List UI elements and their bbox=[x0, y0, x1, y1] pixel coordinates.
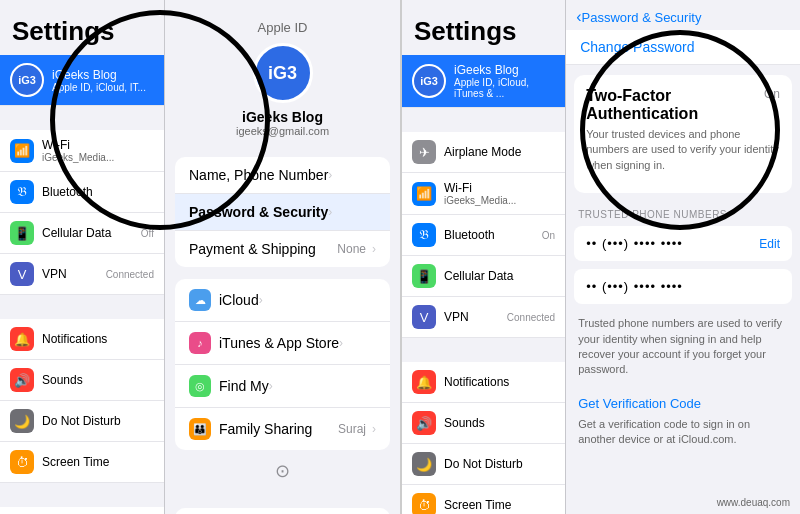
left-bluetooth-item[interactable]: 𝔅 Bluetooth bbox=[0, 172, 164, 213]
left-notifications-item[interactable]: 🔔 Notifications bbox=[0, 319, 164, 360]
right-wifi-icon: 📶 bbox=[412, 182, 436, 206]
edit-button-1[interactable]: Edit bbox=[759, 237, 780, 251]
family-icon: 👪 bbox=[189, 418, 211, 440]
right-dnd-item[interactable]: 🌙 Do Not Disturb bbox=[402, 444, 565, 485]
sign-out-button[interactable]: Sign Out bbox=[175, 508, 390, 514]
right-screentime-item[interactable]: ⏱ Screen Time bbox=[402, 485, 565, 514]
right-wifi-item[interactable]: 📶 Wi-Fi iGeeks_Media... bbox=[402, 173, 565, 215]
right-notifications-icon: 🔔 bbox=[412, 370, 436, 394]
loading-indicator: ⊙ bbox=[165, 450, 400, 492]
left-general-item[interactable]: ⚙ General bbox=[0, 507, 164, 514]
right-cellular-item[interactable]: 📱 Cellular Data bbox=[402, 256, 565, 297]
sounds-icon: 🔊 bbox=[10, 368, 34, 392]
airplane-icon: ✈ bbox=[412, 140, 436, 164]
vpn-icon: V bbox=[10, 262, 34, 286]
appleid-header: Apple ID iG3 iGeeks Blog igeeks@gmail.co… bbox=[165, 0, 400, 157]
appleid-menu-top: Name, Phone Number › Password & Security… bbox=[175, 157, 390, 267]
get-verification-code-link[interactable]: Get Verification Code bbox=[566, 388, 800, 415]
phone-number-1: •• (•••) •••• •••• bbox=[586, 236, 683, 251]
right-user-name: iGeeks Blog bbox=[454, 63, 555, 77]
left-user-name: iGeeks Blog bbox=[52, 68, 146, 82]
icloud-icon: ☁ bbox=[189, 289, 211, 311]
change-password-row[interactable]: Change Password bbox=[566, 30, 800, 65]
watermark: www.deuaq.com bbox=[717, 497, 790, 508]
left-wifi-item[interactable]: 📶 Wi-Fi iGeeks_Media... bbox=[0, 130, 164, 172]
left-screentime-item[interactable]: ⏱ Screen Time bbox=[0, 442, 164, 483]
screentime-icon: ⏱ bbox=[10, 450, 34, 474]
bluetooth-icon: 𝔅 bbox=[10, 180, 34, 204]
right-bluetooth-item[interactable]: 𝔅 Bluetooth On bbox=[402, 215, 565, 256]
detail-back-header: ‹ Password & Security bbox=[566, 0, 800, 30]
appleid-panel: Apple ID iG3 iGeeks Blog igeeks@gmail.co… bbox=[165, 0, 400, 514]
menu-icloud[interactable]: ☁ iCloud › bbox=[175, 279, 390, 322]
two-factor-box: Two-Factor Authentication On Your truste… bbox=[574, 75, 792, 193]
right-sounds-item[interactable]: 🔊 Sounds bbox=[402, 403, 565, 444]
two-factor-status: On bbox=[764, 87, 780, 101]
two-factor-title: Two-Factor Authentication bbox=[586, 87, 756, 123]
left-cellular-item[interactable]: 📱 Cellular Data Off bbox=[0, 213, 164, 254]
left-panel: Settings iG3 iGeeks Blog Apple ID, iClou… bbox=[0, 0, 400, 514]
right-sounds-icon: 🔊 bbox=[412, 411, 436, 435]
menu-findmy[interactable]: ◎ Find My › bbox=[175, 365, 390, 408]
notifications-icon: 🔔 bbox=[10, 327, 34, 351]
left-sounds-item[interactable]: 🔊 Sounds bbox=[0, 360, 164, 401]
right-user-row[interactable]: iG3 iGeeks Blog Apple ID, iCloud, iTunes… bbox=[402, 55, 565, 108]
menu-name-phone[interactable]: Name, Phone Number › bbox=[175, 157, 390, 194]
right-cellular-icon: 📱 bbox=[412, 264, 436, 288]
trusted-section-header: TRUSTED PHONE NUMBERS bbox=[566, 203, 800, 226]
right-settings-sidebar: Settings iG3 iGeeks Blog Apple ID, iClou… bbox=[402, 0, 566, 514]
right-notifications-item[interactable]: 🔔 Notifications bbox=[402, 362, 565, 403]
findmy-icon: ◎ bbox=[189, 375, 211, 397]
phone-item-1: •• (•••) •••• •••• Edit bbox=[574, 226, 792, 261]
right-vpn-item[interactable]: V VPN Connected bbox=[402, 297, 565, 338]
right-panel: Settings iG3 iGeeks Blog Apple ID, iClou… bbox=[400, 0, 800, 514]
phone-number-2: •• (•••) •••• •••• bbox=[586, 279, 683, 294]
dnd-icon: 🌙 bbox=[10, 409, 34, 433]
menu-family[interactable]: 👪 Family Sharing Suraj › bbox=[175, 408, 390, 450]
right-dnd-icon: 🌙 bbox=[412, 452, 436, 476]
cellular-icon: 📱 bbox=[10, 221, 34, 245]
right-bluetooth-icon: 𝔅 bbox=[412, 223, 436, 247]
appleid-name: iGeeks Blog bbox=[175, 109, 390, 125]
change-password-label[interactable]: Change Password bbox=[580, 39, 694, 55]
appleid-title: Apple ID bbox=[175, 20, 390, 35]
right-screentime-icon: ⏱ bbox=[412, 493, 436, 514]
right-vpn-icon: V bbox=[412, 305, 436, 329]
left-user-row[interactable]: iG3 iGeeks Blog Apple ID, iCloud, IT... bbox=[0, 55, 164, 106]
left-user-sub: Apple ID, iCloud, IT... bbox=[52, 82, 146, 93]
left-vpn-item[interactable]: V VPN Connected bbox=[0, 254, 164, 295]
menu-password-security[interactable]: Password & Security › bbox=[175, 194, 390, 231]
back-dest-label[interactable]: Password & Security bbox=[582, 10, 702, 25]
itunes-icon: ♪ bbox=[189, 332, 211, 354]
left-dnd-item[interactable]: 🌙 Do Not Disturb bbox=[0, 401, 164, 442]
get-verification-desc: Get a verification code to sign in on an… bbox=[566, 415, 800, 458]
appleid-email: igeeks@gmail.com bbox=[175, 125, 390, 137]
detail-panel: ‹ Password & Security Change Password Tw… bbox=[566, 0, 800, 514]
menu-payment-shipping[interactable]: Payment & Shipping None › bbox=[175, 231, 390, 267]
phone-item-2: •• (•••) •••• •••• bbox=[574, 269, 792, 304]
right-avatar: iG3 bbox=[412, 64, 446, 98]
left-settings-title: Settings bbox=[0, 0, 164, 55]
right-settings-title: Settings bbox=[402, 0, 565, 55]
appleid-menu-bottom: ☁ iCloud › ♪ iTunes & App Store › ◎ Find… bbox=[175, 279, 390, 450]
left-settings-sidebar: Settings iG3 iGeeks Blog Apple ID, iClou… bbox=[0, 0, 165, 514]
trusted-desc: Trusted phone numbers are used to verify… bbox=[566, 312, 800, 388]
two-factor-desc: Your trusted devices and phone numbers a… bbox=[586, 127, 780, 173]
menu-itunes[interactable]: ♪ iTunes & App Store › bbox=[175, 322, 390, 365]
right-airplane-item[interactable]: ✈ Airplane Mode bbox=[402, 132, 565, 173]
appleid-avatar: iG3 bbox=[253, 43, 313, 103]
wifi-icon: 📶 bbox=[10, 139, 34, 163]
right-user-sub: Apple ID, iCloud, iTunes & ... bbox=[454, 77, 555, 99]
left-avatar: iG3 bbox=[10, 63, 44, 97]
